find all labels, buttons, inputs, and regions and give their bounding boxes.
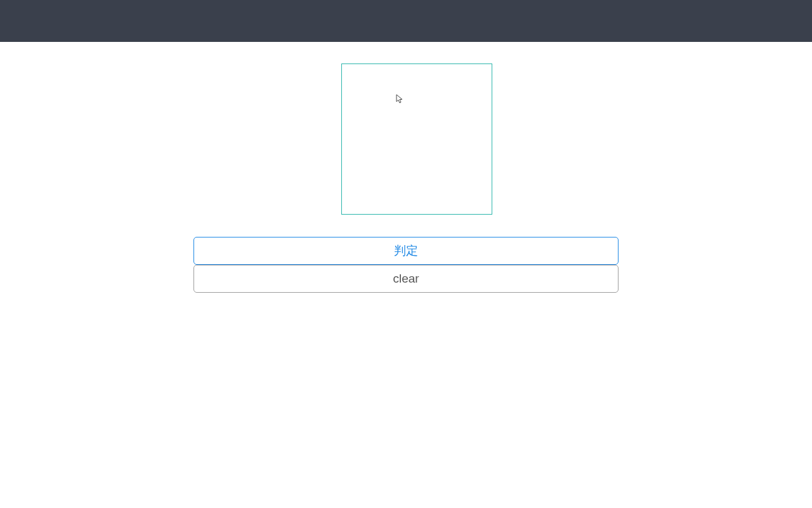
header-bar bbox=[0, 0, 812, 42]
drawing-canvas[interactable] bbox=[341, 64, 492, 215]
button-group: 判定 clear bbox=[193, 237, 619, 293]
cursor-icon bbox=[396, 94, 403, 104]
clear-button[interactable]: clear bbox=[193, 265, 619, 293]
content-area: 判定 clear bbox=[0, 42, 812, 293]
judge-button[interactable]: 判定 bbox=[193, 237, 619, 265]
